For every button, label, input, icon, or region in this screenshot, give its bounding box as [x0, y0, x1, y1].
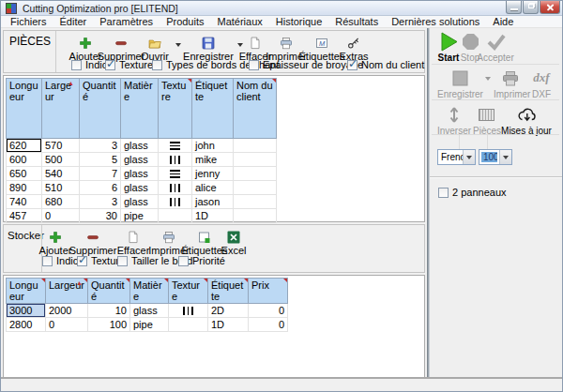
cell[interactable] — [234, 195, 277, 209]
stock-col-matiere[interactable]: Matière — [130, 279, 169, 304]
cell[interactable]: 1D — [208, 318, 249, 332]
cell[interactable]: glass — [121, 139, 159, 153]
updates-button[interactable]: Mises à jour — [499, 104, 554, 136]
menu-parametres[interactable]: Paramètres — [93, 16, 160, 27]
cell[interactable]: glass — [121, 181, 159, 195]
stock-priority-checkbox[interactable]: ✓ Priorité — [178, 255, 225, 266]
cell[interactable]: glass — [121, 195, 159, 209]
cell[interactable] — [159, 195, 192, 209]
result-save-button[interactable]: Enregistrer — [437, 68, 482, 99]
cell[interactable] — [234, 181, 277, 195]
menu-historique[interactable]: Historique — [269, 16, 329, 27]
cell[interactable]: 890 — [7, 181, 42, 195]
cell[interactable]: jenny — [192, 167, 234, 181]
cell[interactable]: 10 — [88, 304, 130, 318]
menu-dernieres-solutions[interactable]: Dernières solutions — [385, 16, 486, 27]
cell[interactable]: 620 — [7, 139, 42, 153]
dxf-export-button[interactable]: dxf DXF — [527, 68, 555, 99]
cell[interactable]: 0 — [249, 318, 288, 332]
cell[interactable]: 2D — [208, 304, 249, 318]
pieces-col-etiquette[interactable]: Étiquette — [192, 79, 234, 139]
restore-button[interactable] — [523, 1, 539, 14]
cell[interactable]: 1D — [192, 209, 234, 223]
menu-aide[interactable]: Aide — [486, 16, 520, 27]
menu-produits[interactable]: Produits — [160, 16, 210, 27]
two-panels-checkbox[interactable]: ✓ 2 panneaux — [438, 187, 507, 198]
stock-col-largeur[interactable]: Largeur▲ — [46, 279, 88, 304]
cell[interactable]: 3000 — [7, 304, 46, 318]
pieces-open-button[interactable]: Ouvrir — [136, 35, 174, 62]
menu-fichiers[interactable]: Fichiers — [4, 16, 53, 27]
zoom-dropdown-button[interactable] — [499, 150, 511, 164]
cell[interactable]: 30 — [80, 209, 121, 223]
cell[interactable] — [169, 318, 208, 332]
pieces-save-button[interactable]: Enregistrer — [182, 35, 235, 62]
stock-col-longueur[interactable]: Longueur — [7, 279, 46, 304]
cell[interactable] — [159, 181, 192, 195]
result-print-button[interactable]: Imprimer — [494, 68, 527, 99]
menu-editer[interactable]: Éditer — [53, 16, 94, 27]
pieces-col-matiere[interactable]: Matière — [121, 79, 159, 139]
cell[interactable]: 0 — [42, 209, 80, 223]
cell[interactable]: 510 — [42, 181, 80, 195]
close-button[interactable] — [540, 1, 560, 14]
pieces-col-texture[interactable]: Texture — [159, 79, 192, 139]
minimize-button[interactable] — [506, 1, 522, 14]
cell[interactable]: 650 — [7, 167, 42, 181]
cell[interactable] — [234, 139, 277, 153]
cell[interactable] — [234, 167, 277, 181]
cell[interactable] — [159, 209, 192, 223]
stock-excel-button[interactable]: Excel — [217, 229, 251, 256]
cell[interactable]: glass — [121, 167, 159, 181]
cell[interactable]: 540 — [42, 167, 80, 181]
cell[interactable]: 457 — [7, 209, 42, 223]
language-select[interactable]: French — [437, 149, 476, 165]
cell[interactable] — [234, 209, 277, 223]
cell[interactable]: glass — [121, 153, 159, 167]
invert-button[interactable]: Inverser — [435, 104, 473, 136]
cell[interactable]: 0 — [249, 304, 288, 318]
menu-resultats[interactable]: Résultats — [328, 16, 385, 27]
stock-col-etiquette[interactable]: Étiquette — [208, 279, 249, 304]
cell[interactable]: 570 — [42, 139, 80, 153]
stock-col-texture[interactable]: Texture — [169, 279, 208, 304]
cell[interactable] — [159, 167, 192, 181]
cell[interactable]: 7 — [80, 167, 121, 181]
cell[interactable] — [159, 153, 192, 167]
cell[interactable]: 3 — [80, 139, 121, 153]
cell[interactable]: 500 — [42, 153, 80, 167]
cell[interactable]: 2000 — [46, 304, 88, 318]
cell[interactable]: 600 — [7, 153, 42, 167]
cell[interactable]: pipe — [130, 318, 169, 332]
title-bar[interactable]: Cutting Optimization pro [ELITEND] — [1, 1, 562, 16]
cell[interactable]: 740 — [7, 195, 42, 209]
cell[interactable]: john — [192, 139, 234, 153]
pieces-kerf-checkbox[interactable]: ✓ Epaisseur de broyage — [249, 59, 363, 70]
pieces-texture-checkbox[interactable]: ✓ Texture — [105, 59, 153, 70]
cell[interactable]: 6 — [80, 181, 121, 195]
cell[interactable]: 5 — [80, 153, 121, 167]
cell[interactable]: alice — [192, 181, 234, 195]
stock-col-prix[interactable]: Prix — [249, 279, 288, 304]
cell[interactable]: 2800 — [7, 318, 46, 332]
cell[interactable]: 100 — [88, 318, 130, 332]
menu-materiaux[interactable]: Matériaux — [210, 16, 268, 27]
accept-button[interactable]: Accepter — [477, 31, 514, 63]
cell[interactable]: 680 — [42, 195, 80, 209]
pieces-col-longueur[interactable]: Longueur — [7, 79, 42, 139]
cell[interactable]: jason — [192, 195, 234, 209]
cell[interactable] — [234, 153, 277, 167]
result-save-dropdown-arrow[interactable] — [485, 77, 491, 81]
pieces-col-quantite[interactable]: Quantité — [80, 79, 121, 139]
cell[interactable]: 3 — [80, 195, 121, 209]
pieces-view-button[interactable]: Pièces — [473, 104, 499, 136]
zoom-select[interactable]: 100% — [479, 149, 512, 165]
cell[interactable]: glass — [130, 304, 169, 318]
cell[interactable] — [159, 139, 192, 153]
cell[interactable]: pipe — [121, 209, 159, 223]
stock-remove-button[interactable]: Supprimer — [68, 229, 117, 256]
cell[interactable]: 0 — [46, 318, 88, 332]
cell[interactable]: mike — [192, 153, 234, 167]
pieces-col-largeur[interactable]: Largeur▲ — [42, 79, 80, 139]
open-dropdown-arrow[interactable] — [175, 43, 181, 47]
